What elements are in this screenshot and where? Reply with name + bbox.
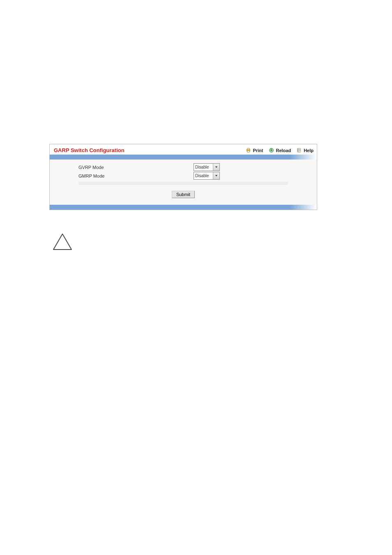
svg-text:?: ? [299, 149, 300, 152]
gvrp-mode-label: GVRP Mode [78, 165, 194, 170]
help-label: Help [304, 148, 314, 153]
chevron-down-icon [213, 172, 219, 179]
footer-separator [50, 205, 317, 210]
gmrp-mode-label: GMRP Mode [78, 173, 194, 178]
chevron-down-icon [213, 164, 219, 171]
panel-header: GARP Switch Configuration Print [50, 144, 317, 155]
help-link[interactable]: ? Help [297, 148, 314, 153]
reload-link[interactable]: Reload [269, 148, 291, 153]
print-label: Print [253, 148, 263, 153]
submit-button[interactable]: Submit [172, 191, 195, 198]
svg-marker-10 [53, 234, 71, 250]
gmrp-mode-row: GMRP Mode Disable [78, 171, 288, 180]
gvrp-mode-value: Disable [194, 165, 213, 169]
garp-config-panel: GARP Switch Configuration Print [49, 144, 317, 210]
warning-icon [53, 233, 72, 250]
svg-rect-2 [247, 150, 249, 152]
page-title: GARP Switch Configuration [54, 147, 246, 153]
print-icon [246, 148, 251, 153]
form-area: GVRP Mode Disable GMRP Mode [50, 160, 317, 205]
header-separator [50, 155, 317, 160]
gmrp-mode-value: Disable [194, 173, 213, 178]
tool-links: Print Reload [246, 148, 314, 153]
svg-rect-1 [247, 148, 249, 150]
gvrp-mode-select[interactable]: Disable [194, 163, 220, 171]
svg-marker-8 [215, 166, 217, 168]
reload-label: Reload [276, 148, 291, 153]
print-link[interactable]: Print [246, 148, 263, 153]
gmrp-mode-select[interactable]: Disable [194, 172, 220, 180]
help-icon: ? [297, 148, 302, 153]
reload-icon [269, 148, 274, 153]
submit-row: Submit [50, 189, 317, 202]
svg-rect-6 [298, 148, 299, 152]
gvrp-mode-row: GVRP Mode Disable [78, 163, 288, 171]
form-separator [78, 182, 288, 185]
svg-marker-9 [215, 175, 217, 177]
